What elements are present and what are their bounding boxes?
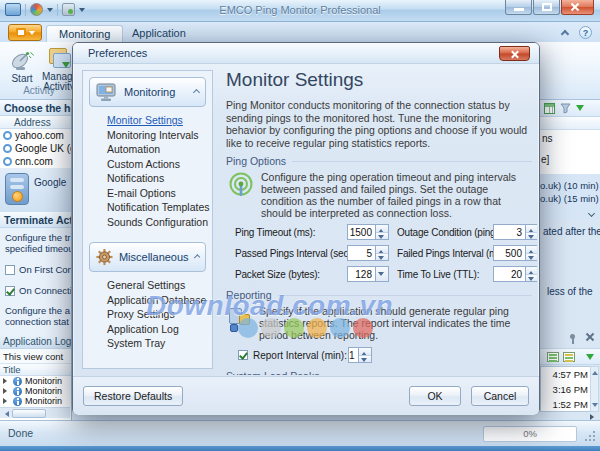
log-row[interactable]: Monitorin bbox=[0, 386, 71, 396]
grouped-view-icon[interactable] bbox=[563, 352, 575, 362]
section-label: Ping Options bbox=[226, 155, 286, 167]
pin-icon[interactable] bbox=[568, 333, 578, 343]
spinner-buttons[interactable] bbox=[375, 225, 388, 239]
manage-activity-button[interactable]: Manage Activity bbox=[42, 46, 76, 90]
window-bottom-border bbox=[0, 446, 600, 451]
list-view-icon[interactable] bbox=[547, 352, 559, 362]
start-label: Start bbox=[11, 73, 32, 84]
report-interval-input[interactable]: 1 bbox=[348, 347, 372, 363]
dialog-close-button[interactable] bbox=[499, 46, 530, 61]
scroll-left-icon[interactable] bbox=[2, 411, 9, 417]
selected-host-card[interactable]: Google bbox=[0, 168, 71, 212]
spinner-buttons[interactable] bbox=[358, 348, 371, 362]
nav-item-email-options[interactable]: E-mail Options bbox=[107, 186, 212, 201]
maximize-button[interactable] bbox=[533, 0, 560, 15]
expander-icon[interactable] bbox=[3, 388, 10, 394]
time-to-live-input[interactable]: 20 bbox=[493, 266, 537, 282]
event-time[interactable]: 4:57 PM bbox=[541, 367, 590, 382]
checkbox-icon bbox=[5, 265, 15, 275]
nav-item-application-log[interactable]: Application Log bbox=[107, 322, 212, 337]
expander-icon[interactable] bbox=[3, 398, 10, 404]
nav-item-custom-actions[interactable]: Custom Actions bbox=[107, 157, 212, 172]
restore-defaults-button[interactable]: Restore Defaults bbox=[83, 386, 183, 406]
host-summary-fragment: o.uk) (10 min) o.uk) (15 min) bbox=[540, 174, 600, 220]
expander-icon[interactable] bbox=[3, 378, 10, 384]
log-row-label: Monitorin bbox=[25, 386, 62, 396]
close-panel-icon[interactable] bbox=[585, 332, 595, 342]
application-log-header[interactable]: Application Log bbox=[0, 335, 71, 349]
nav-item-monitor-settings[interactable]: Monitor Settings bbox=[107, 113, 212, 128]
nav-group-monitoring[interactable]: Monitoring bbox=[89, 77, 206, 107]
spinner-buttons[interactable] bbox=[525, 246, 537, 260]
application-menu-button[interactable] bbox=[8, 24, 42, 41]
on-first-connection-checkbox[interactable]: On First Con bbox=[5, 264, 71, 275]
host-row-google-uk[interactable]: Google UK (g bbox=[0, 142, 71, 155]
nav-item-sounds-configuration[interactable]: Sounds Configuration bbox=[107, 215, 212, 230]
spinner-buttons[interactable] bbox=[525, 225, 537, 239]
minimize-button[interactable] bbox=[505, 0, 532, 15]
tab-application[interactable]: Application bbox=[120, 25, 198, 42]
server-icon bbox=[5, 173, 29, 205]
nav-group-miscellaneous[interactable]: Miscellaneous bbox=[89, 242, 206, 272]
chevron-up-icon[interactable] bbox=[193, 254, 200, 261]
chevron-up-icon[interactable] bbox=[193, 88, 200, 95]
nav-item-application-database[interactable]: Application Database bbox=[107, 293, 212, 308]
title-column-header[interactable]: Title bbox=[0, 364, 71, 376]
filter-icon[interactable] bbox=[576, 105, 584, 115]
scroll-down-icon[interactable] bbox=[592, 403, 598, 410]
section-label: System Load Peaks bbox=[226, 370, 319, 375]
host-row-yahoo[interactable]: yahoo.com bbox=[0, 129, 71, 142]
satellite-dish-icon bbox=[9, 46, 35, 72]
help-icon[interactable]: ? bbox=[579, 26, 592, 39]
nav-item-automation[interactable]: Automation bbox=[107, 142, 212, 157]
report-interval-checkbox[interactable] bbox=[238, 350, 248, 360]
start-button[interactable]: Start bbox=[4, 46, 40, 90]
ping-timeout-input[interactable]: 1500 bbox=[347, 224, 389, 240]
text-fragment: e] bbox=[541, 154, 549, 165]
passed-pings-interval-input[interactable]: 5 bbox=[347, 245, 389, 261]
resize-grip[interactable] bbox=[593, 439, 595, 441]
titlebar: EMCO Ping Monitor Professional bbox=[0, 0, 600, 22]
dialog-titlebar[interactable]: Preferences bbox=[73, 43, 539, 64]
nav-item-notification-templates[interactable]: Notification Templates bbox=[107, 200, 212, 215]
config-text: connection stat bbox=[5, 316, 71, 327]
spinner-buttons[interactable] bbox=[525, 267, 537, 281]
packet-size-select[interactable]: 128 bbox=[347, 266, 389, 282]
status-bar: Done 0% bbox=[0, 420, 600, 446]
host-row-cnn[interactable]: cnn.com bbox=[0, 155, 71, 168]
field-label: Ping Timeout (ms): bbox=[235, 227, 347, 238]
nav-item-monitoring-intervals[interactable]: Monitoring Intervals bbox=[107, 128, 212, 143]
failed-pings-interval-input[interactable]: 500 bbox=[493, 245, 537, 261]
right-panel-fragment: ns e] o.uk) (10 min) o.uk) (15 min) ated… bbox=[540, 100, 600, 420]
outage-condition-input[interactable]: 3 bbox=[493, 224, 537, 240]
event-time[interactable]: 3:16 PM bbox=[541, 382, 590, 397]
nav-item-general-settings[interactable]: General Settings bbox=[107, 278, 212, 293]
scrollbar-thumb[interactable] bbox=[12, 409, 46, 418]
ping-status-icon bbox=[3, 131, 12, 140]
filter-funnel-icon[interactable] bbox=[560, 103, 571, 114]
host-panel: Choose the hos Address yahoo.com Google … bbox=[0, 100, 72, 335]
nav-item-proxy-settings[interactable]: Proxy Settings bbox=[107, 307, 212, 322]
scroll-up-icon[interactable] bbox=[592, 368, 598, 375]
collapse-ribbon-icon[interactable] bbox=[561, 30, 569, 38]
nav-item-notifications[interactable]: Notifications bbox=[107, 171, 212, 186]
horizontal-scrollbar[interactable] bbox=[0, 407, 70, 418]
event-time[interactable]: 1:52 PM bbox=[541, 397, 590, 412]
spinner-buttons[interactable] bbox=[375, 246, 388, 260]
on-connection-checkbox[interactable]: On Connecti bbox=[5, 285, 71, 296]
tab-monitoring[interactable]: Monitoring bbox=[46, 25, 123, 42]
dropdown-button[interactable] bbox=[375, 267, 388, 281]
table-view-icon[interactable] bbox=[544, 103, 555, 114]
section-reporting: Reporting bbox=[226, 289, 532, 301]
log-row[interactable]: Monitorin bbox=[0, 396, 71, 406]
ok-button[interactable]: OK bbox=[409, 386, 461, 406]
vertical-scrollbar[interactable] bbox=[590, 366, 599, 412]
filter-icon[interactable] bbox=[586, 354, 594, 364]
chevron-down-icon[interactable] bbox=[588, 210, 595, 217]
nav-item-system-tray[interactable]: System Tray bbox=[107, 336, 212, 351]
address-column-header[interactable]: Address bbox=[0, 116, 71, 129]
grid-icon bbox=[16, 28, 26, 37]
close-button[interactable] bbox=[561, 0, 594, 15]
cancel-button[interactable]: Cancel bbox=[471, 386, 529, 406]
log-row[interactable]: Monitorin bbox=[0, 376, 71, 386]
